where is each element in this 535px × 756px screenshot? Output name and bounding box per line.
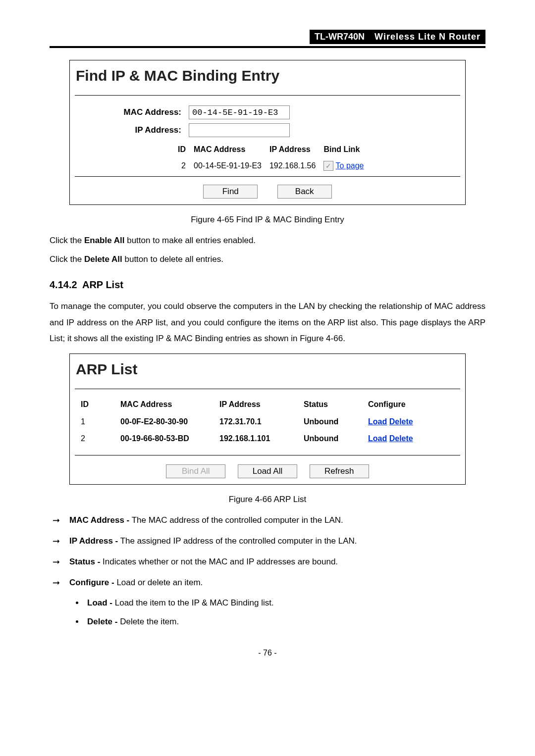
row-mac: 00-14-5E-91-19-E3	[194, 158, 268, 173]
mac-input[interactable]	[189, 105, 290, 119]
list-item: Load - Load the item to the IP & MAC Bin…	[84, 597, 485, 609]
arp-col-status: Status	[299, 396, 363, 413]
page-number: - 76 -	[50, 648, 485, 658]
to-page-link[interactable]: To page	[336, 161, 364, 170]
bind-checkbox-icon: ✓	[323, 161, 333, 171]
col-ip: IP Address	[269, 142, 322, 157]
refresh-button[interactable]: Refresh	[310, 464, 369, 478]
product-label: Wireless Lite N Router	[370, 30, 485, 44]
col-bind: Bind Link	[323, 142, 371, 157]
delete-link[interactable]: Delete	[389, 434, 413, 443]
find-binding-panel: Find IP & MAC Binding Entry MAC Address:…	[69, 60, 466, 205]
list-item: MAC Address - The MAC address of the con…	[53, 514, 485, 526]
arp-col-ip: IP Address	[214, 396, 299, 413]
arp-list-panel: ARP List ID MAC Address IP Address Statu…	[69, 353, 466, 485]
figure-65-caption: Figure 4-65 Find IP & MAC Binding Entry	[50, 214, 485, 226]
list-item: IP Address - The assigned IP address of …	[53, 535, 485, 547]
arp-col-mac: MAC Address	[115, 396, 214, 413]
list-item: Status - Indicates whether or not the MA…	[53, 556, 485, 568]
panel1-title: Find IP & MAC Binding Entry	[76, 65, 459, 86]
ip-input[interactable]	[189, 123, 290, 137]
definition-list: MAC Address - The MAC address of the con…	[50, 514, 485, 588]
list-item: Delete - Delete the item.	[84, 616, 485, 628]
bind-all-button: Bind All	[166, 464, 225, 478]
arp-intro-paragraph: To manage the computer, you could observ…	[50, 299, 485, 347]
col-id: ID	[81, 142, 193, 157]
figure-66-caption: Figure 4-66 ARP List	[50, 494, 485, 505]
row-ip: 192.168.1.56	[269, 158, 322, 173]
list-item: Configure - Load or delete an item.	[53, 577, 485, 589]
arp-col-id: ID	[76, 396, 115, 413]
mac-label: MAC Address:	[75, 106, 189, 118]
document-header: TL-WR740NWireless Lite N Router	[50, 30, 485, 48]
arp-col-configure: Configure	[363, 396, 471, 413]
load-all-button[interactable]: Load All	[238, 464, 297, 478]
col-mac: MAC Address	[194, 142, 268, 157]
load-link[interactable]: Load	[368, 434, 387, 443]
back-button[interactable]: Back	[277, 185, 332, 199]
enable-all-text: Click the Enable All button to make all …	[50, 235, 485, 247]
delete-all-text: Click the Delete All button to delete al…	[50, 253, 485, 265]
find-button[interactable]: Find	[203, 185, 258, 199]
model-label: TL-WR740N	[310, 30, 370, 44]
delete-link[interactable]: Delete	[389, 417, 413, 426]
table-row: 1 00-0F-E2-80-30-90 172.31.70.1 Unbound …	[76, 413, 471, 430]
panel2-title: ARP List	[76, 359, 459, 380]
table-row: 2 00-19-66-80-53-BD 192.168.1.101 Unboun…	[76, 430, 471, 447]
section-heading: 4.14.2 ARP List	[50, 278, 485, 292]
ip-label: IP Address:	[75, 124, 189, 136]
row-id: 2	[81, 158, 193, 173]
sub-definition-list: Load - Load the item to the IP & MAC Bin…	[50, 597, 485, 628]
load-link[interactable]: Load	[368, 417, 387, 426]
